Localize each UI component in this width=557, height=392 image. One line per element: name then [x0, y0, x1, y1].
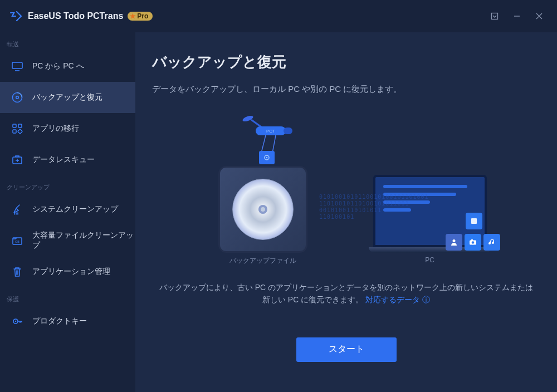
apps-icon [11, 122, 23, 135]
user-tile-icon [446, 234, 462, 251]
nav-label: アプリの移行 [32, 124, 79, 134]
illustration-row: PCT バックア [152, 108, 540, 266]
page-subtitle: データをバックアップし、ローカル PC や別の PC に復元します。 [152, 84, 540, 95]
disc-icon [11, 91, 23, 104]
nav-backup-restore[interactable]: バックアップと復元 [0, 82, 135, 113]
minimize-button[interactable] [506, 5, 528, 27]
supported-data-link[interactable]: 対応するデータ ⓘ [365, 295, 430, 304]
svg-rect-0 [492, 13, 498, 19]
laptop-graphic [369, 175, 491, 253]
svg-rect-30 [471, 239, 473, 241]
trash-icon [11, 266, 23, 278]
camera-tile-icon [465, 234, 481, 251]
svg-point-7 [16, 96, 19, 99]
svg-point-25 [266, 157, 267, 158]
nav-system-cleanup[interactable]: システムクリーンアップ [0, 194, 135, 225]
nav-pc-to-pc[interactable]: PC から PC へ [0, 51, 135, 82]
svg-text:GB: GB [15, 240, 19, 243]
caption-backup-file: バックアップファイル [229, 256, 296, 266]
broom-icon [11, 203, 23, 215]
illustration-backup: PCT バックア [207, 108, 319, 266]
nav-label: データレスキュー [32, 155, 95, 165]
nav-label: アプリケーション管理 [32, 267, 110, 277]
nav-app-migration[interactable]: アプリの移行 [0, 113, 135, 144]
nav-label: 大容量ファイルクリーンアップ [32, 231, 135, 251]
svg-point-18 [242, 115, 254, 122]
caption-pc: PC [425, 256, 434, 264]
app-logo-icon [10, 11, 22, 22]
sidebar: 転送 PC から PC へ バックアップと復元 アプリの移行 データレスキュー … [0, 32, 135, 392]
app-title: EaseUS Todo PCTrans [28, 11, 123, 21]
dropdown-button[interactable] [483, 5, 506, 27]
nav-label: PC から PC へ [32, 61, 84, 71]
star-icon: ★ [130, 12, 136, 20]
description-text: バックアップにより、古い PC のアプリケーションとデータを別のネットワーク上の… [152, 281, 540, 306]
nav-product-key[interactable]: プロダクトキー [0, 306, 135, 337]
nav-label: バックアップと復元 [32, 92, 102, 102]
nav-label: プロダクトキー [32, 316, 87, 326]
pro-badge-text: Pro [137, 12, 148, 20]
section-label-cleanup: クリーンアップ [0, 175, 135, 194]
main-content: バックアップと復元 データをバックアップし、ローカル PC や別の PC に復元… [135, 32, 557, 392]
titlebar: EaseUS Todo PCTrans ★ Pro [0, 0, 557, 32]
svg-rect-8 [13, 124, 16, 128]
section-label-transfer: 転送 [0, 32, 135, 51]
svg-point-27 [452, 239, 455, 242]
music-tile-icon [483, 234, 500, 251]
svg-point-29 [471, 241, 473, 243]
section-label-protection: 保護 [0, 287, 135, 306]
start-button[interactable]: スタート [296, 337, 397, 362]
illustration-pc: PC [374, 108, 486, 266]
nav-data-rescue[interactable]: データレスキュー [0, 144, 135, 175]
file-tile-icon [466, 213, 482, 229]
nav-bigfile-cleanup[interactable]: GB 大容量ファイルクリーンアップ [0, 225, 135, 256]
svg-rect-26 [471, 218, 477, 224]
svg-rect-20 [284, 128, 292, 134]
description-prefix: バックアップにより、古い PC のアプリケーションとデータを別のネットワーク上の… [159, 283, 533, 304]
satellite-label: PCT [266, 129, 275, 134]
satellite-graphic: PCT [223, 114, 307, 168]
svg-line-21 [261, 135, 266, 153]
nav-app-management[interactable]: アプリケーション管理 [0, 256, 135, 287]
monitor-icon [11, 60, 23, 72]
close-button[interactable] [528, 5, 550, 27]
tablet-graphic: PCT [218, 166, 307, 253]
svg-rect-11 [18, 129, 22, 134]
svg-rect-9 [18, 124, 22, 128]
key-icon [11, 315, 23, 327]
svg-point-16 [15, 321, 17, 322]
svg-rect-10 [13, 130, 16, 133]
bigfile-icon: GB [11, 234, 23, 247]
rescue-icon [11, 154, 23, 166]
svg-line-22 [272, 135, 276, 153]
nav-label: システムクリーンアップ [32, 204, 118, 214]
svg-rect-4 [12, 62, 22, 68]
page-title: バックアップと復元 [152, 52, 540, 72]
pro-badge: ★ Pro [128, 12, 153, 21]
disc-graphic [232, 179, 294, 240]
